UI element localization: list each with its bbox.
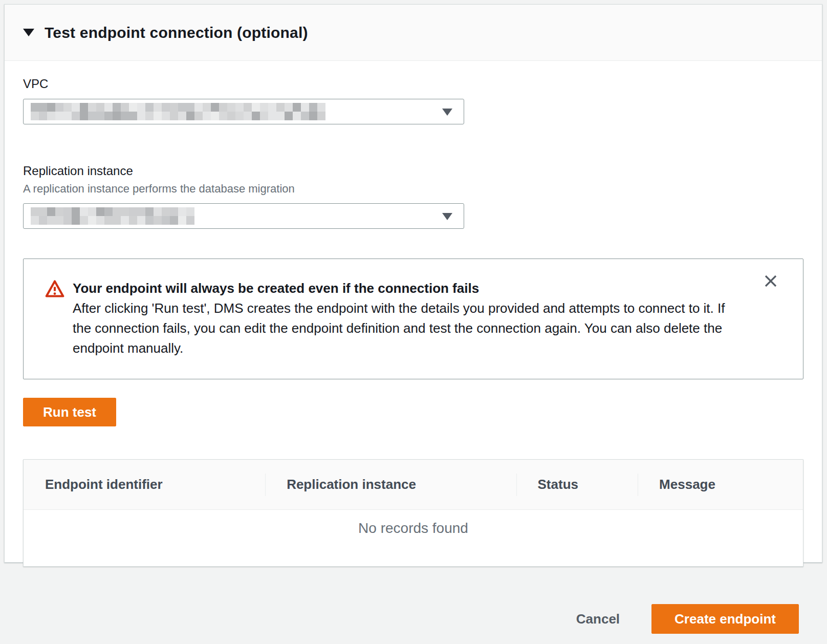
column-header: Replication instance — [265, 460, 516, 509]
page-title: Test endpoint connection (optional) — [45, 24, 308, 41]
vpc-label: VPC — [23, 76, 803, 92]
cancel-button[interactable]: Cancel — [576, 611, 620, 627]
section-header-expandable[interactable]: Test endpoint connection (optional) — [5, 5, 822, 61]
close-icon[interactable] — [763, 273, 778, 289]
chevron-down-icon — [442, 213, 452, 220]
warning-alert: Your endpoint will always be created eve… — [23, 259, 803, 379]
column-header: Message — [638, 460, 803, 509]
column-header: Endpoint identifier — [24, 460, 265, 509]
redacted-replication-instance-value — [31, 207, 194, 225]
warning-text: Your endpoint will always be created eve… — [73, 278, 743, 358]
warning-title: Your endpoint will always be created eve… — [73, 278, 743, 298]
vpc-select[interactable] — [23, 99, 464, 124]
redacted-vpc-value — [31, 103, 325, 120]
replication-instance-description: A replication instance performs the data… — [23, 182, 803, 196]
collapse-caret-icon — [23, 29, 34, 36]
test-results-table: Endpoint identifierReplication instanceS… — [23, 459, 803, 567]
replication-instance-select[interactable] — [23, 203, 464, 229]
table-header-row: Endpoint identifierReplication instanceS… — [24, 460, 803, 510]
table-empty-message: No records found — [24, 510, 803, 566]
create-endpoint-button[interactable]: Create endpoint — [651, 604, 799, 634]
warning-triangle-icon — [45, 280, 64, 300]
column-header: Status — [516, 460, 638, 509]
form-footer-actions: Cancel Create endpoint — [576, 604, 799, 634]
test-endpoint-connection-panel: Test endpoint connection (optional) VPC … — [4, 4, 822, 563]
chevron-down-icon — [442, 109, 452, 116]
run-test-button[interactable]: Run test — [23, 398, 116, 426]
section-content: VPC Replication instance A replication i… — [5, 76, 822, 567]
warning-body: After clicking 'Run test', DMS creates t… — [73, 298, 743, 358]
replication-instance-label: Replication instance — [23, 163, 803, 179]
